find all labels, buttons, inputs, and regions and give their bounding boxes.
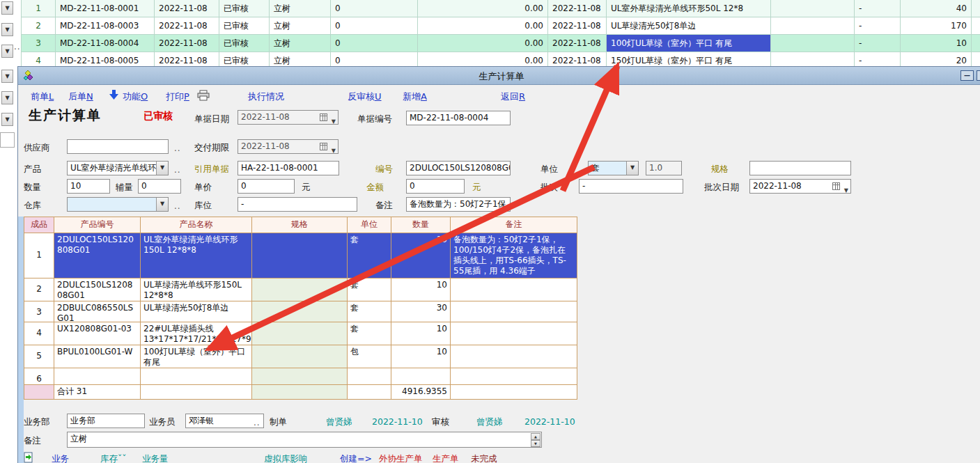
header-cell[interactable]: 产品编号 [54, 217, 141, 233]
product-combobox[interactable]: UL室外草绿清光单线环 ▼ [67, 161, 169, 175]
row-filter-dropdown[interactable]: ▼ [1, 91, 13, 104]
remark-cell[interactable] [451, 345, 577, 368]
price-field[interactable]: 0 [238, 179, 295, 194]
left-edit-box[interactable] [0, 132, 15, 148]
next-doc-button[interactable]: 后单N [68, 91, 93, 103]
doc-no-cell[interactable]: MD-22-11-08-0004 [56, 35, 155, 52]
unit-ratio-field[interactable]: 1.0 [646, 161, 682, 175]
create-link[interactable]: 创建=> [340, 453, 372, 463]
footer-remark-field[interactable]: 立树 ▲ ▼ [67, 432, 542, 448]
person-cell[interactable]: 立树 [270, 17, 331, 35]
execution-status-button[interactable]: 执行情况 [248, 91, 284, 103]
spec-cell[interactable] [252, 322, 348, 345]
product-code-cell[interactable]: BPUL0100LG01-W [54, 345, 141, 368]
product-name-cell[interactable]: UL草绿清光50灯8单边 [607, 17, 771, 35]
row-number-cell[interactable]: 2 [24, 278, 54, 301]
product-name-cell[interactable]: 22#UL草绿插头线13*17*17*17/21*17*17*9有尾 [141, 322, 252, 345]
date-cell[interactable]: 2022-11-08 [548, 17, 607, 35]
amount-cell[interactable]: 0.00 [418, 35, 548, 52]
chevron-down-icon[interactable]: ▼ [156, 198, 168, 211]
row-filter-dropdown[interactable]: ▼ [1, 45, 13, 58]
chevron-down-icon[interactable]: ▼ [844, 184, 848, 194]
aux-qty-field[interactable]: 0 [138, 179, 181, 194]
person-cell[interactable]: 立树 [270, 35, 331, 52]
date-cell[interactable]: 2022-11-08 [155, 0, 219, 17]
supplier-field[interactable] [67, 139, 169, 154]
status-cell[interactable]: 已审核 [219, 0, 270, 17]
qty-cell[interactable]: 0 [331, 17, 418, 35]
amount-cell[interactable]: 0.00 [418, 17, 548, 35]
location-field[interactable]: - [238, 197, 357, 212]
product-name-cell[interactable]: UL室外草绿清光单线环形150L 12*8*8 [141, 233, 252, 278]
business-link[interactable]: 业务 [52, 453, 69, 463]
spec-field[interactable] [749, 161, 851, 175]
qty-field[interactable]: 10 [67, 179, 110, 194]
chevron-down-icon[interactable]: ▼ [332, 144, 336, 154]
row-number-cell[interactable]: 6 [24, 368, 54, 385]
amount-cell[interactable]: 0.00 [418, 0, 548, 17]
product-code-cell[interactable]: UX120808G01-03 [54, 322, 141, 345]
salesman-lookup-dots[interactable]: .. [254, 418, 260, 427]
empty-cell[interactable] [771, 0, 855, 17]
functions-button[interactable]: 功能O [123, 91, 148, 103]
row-number-cell[interactable]: 5 [24, 345, 54, 368]
refresh-document-icon[interactable] [24, 452, 34, 463]
unit-cell[interactable]: 套 [348, 322, 391, 345]
spinner[interactable]: ▲ ▼ [531, 433, 540, 447]
batch-date-field[interactable]: 2022-11-08 ▼ [749, 179, 851, 194]
qty-cell[interactable] [391, 368, 451, 385]
deliver-date-field[interactable]: 2022-11-08 ▼ [238, 139, 339, 154]
business-volume-link[interactable]: 业务量 [142, 453, 169, 463]
doc-date-field[interactable]: 2022-11-08 ▼ [238, 110, 339, 125]
header-cell[interactable]: 规格 [252, 217, 348, 233]
qty-cell[interactable]: 30 [391, 301, 451, 322]
outsource-production-order-link[interactable]: 外协生产单 [379, 453, 423, 463]
unit-cell[interactable]: 包 [348, 345, 391, 368]
code-field[interactable]: 2DULOC150LS120808G01 [406, 161, 511, 175]
remark-cell[interactable]: 备泡数量为：50灯2子1保，100/150灯4子2保，备泡扎在插头线上，用TS-… [451, 233, 577, 278]
empty-cell[interactable] [771, 17, 855, 35]
spinner-down-icon[interactable]: ▼ [531, 440, 540, 447]
header-cell[interactable]: 产品名称 [141, 217, 252, 233]
minimize-button[interactable]: — [960, 70, 974, 81]
product-name-cell-highlighted[interactable]: 100灯UL草绿（室外）平口 有尾 [607, 35, 771, 52]
spec-cell[interactable] [252, 368, 348, 385]
remark-cell[interactable] [451, 368, 577, 385]
date-cell[interactable]: 2022-11-08 [155, 35, 219, 52]
prev-doc-button[interactable]: 前单L [31, 91, 54, 103]
amount-field[interactable]: 0 [406, 179, 465, 194]
dept-field[interactable]: 业务部 [67, 414, 145, 428]
spinner-up-icon[interactable]: ▲ [531, 433, 540, 440]
unit-cell[interactable]: 套 [348, 233, 391, 278]
row-filter-dropdown[interactable]: ▼ [1, 23, 13, 36]
status-cell[interactable]: 已审核 [219, 35, 270, 52]
supplier-lookup-dots[interactable]: .. [174, 143, 181, 153]
date-cell[interactable]: 2022-11-08 [548, 0, 607, 17]
calendar-icon[interactable] [320, 143, 327, 150]
batch-cell[interactable]: - [855, 0, 901, 17]
product-name-cell[interactable]: UL室外草绿清光单线环形50L 12*8 [607, 0, 771, 17]
person-cell[interactable]: 立树 [270, 0, 331, 17]
remark-cell[interactable] [451, 278, 577, 301]
date-cell[interactable]: 2022-11-08 [155, 17, 219, 35]
qty-cell[interactable]: 10 [901, 35, 972, 52]
spec-cell[interactable] [252, 278, 348, 301]
batch-cell[interactable]: - [855, 17, 901, 35]
salesman-field[interactable]: 邓泽银 [185, 414, 264, 428]
doc-no-field[interactable]: MD-22-11-08-0004 [406, 111, 511, 125]
remark-cell[interactable] [451, 301, 577, 322]
header-cell[interactable]: 备注 [451, 217, 577, 233]
chevron-down-icon[interactable]: ▼ [626, 162, 638, 175]
dialog-titlebar[interactable]: 生产计算单 — □ [18, 67, 980, 85]
unit-cell[interactable] [348, 368, 391, 385]
production-order-link[interactable]: 生产单 [433, 453, 459, 463]
product-code-cell[interactable]: 2DULOC150LS120808G01 [54, 233, 141, 278]
product-lookup-dots[interactable]: .. [174, 165, 181, 175]
spec-cell[interactable] [252, 345, 348, 368]
product-name-cell[interactable]: UL草绿清光50灯8单边 [141, 301, 252, 322]
qty-cell[interactable]: 0 [331, 0, 418, 17]
doc-no-cell[interactable]: MD-22-11-08-0001 [56, 0, 155, 17]
print-button[interactable]: 打印P [166, 91, 189, 103]
printer-icon[interactable] [196, 90, 210, 102]
unit-cell[interactable]: 套 [348, 278, 391, 301]
